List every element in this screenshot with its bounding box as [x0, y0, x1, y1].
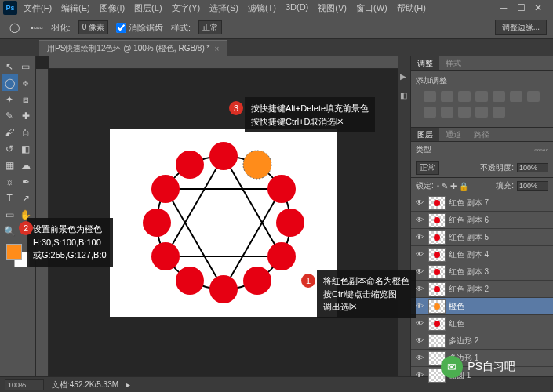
layer-thumbnail[interactable]: [428, 213, 446, 227]
menu-item[interactable]: 3D(D): [281, 1, 313, 16]
menu-item[interactable]: 文件(F): [19, 1, 56, 16]
adj-icon[interactable]: [424, 107, 436, 118]
layer-thumbnail[interactable]: [428, 282, 446, 296]
zoom-tool[interactable]: 🔍: [2, 223, 18, 239]
adj-icon[interactable]: [527, 91, 540, 102]
foreground-color[interactable]: [6, 244, 22, 260]
visibility-icon[interactable]: 👁: [414, 249, 425, 260]
menu-item[interactable]: 窗口(W): [351, 1, 392, 16]
visibility-icon[interactable]: 👁: [414, 215, 425, 226]
heal-tool[interactable]: ✚: [18, 107, 35, 124]
visibility-icon[interactable]: 👁: [414, 336, 425, 347]
guide-line[interactable]: [36, 209, 398, 209]
blur-tool[interactable]: ☁: [18, 157, 35, 173]
close-button[interactable]: ✕: [533, 2, 544, 13]
tab-styles[interactable]: 样式: [439, 56, 468, 70]
layer-thumbnail[interactable]: [428, 230, 446, 245]
menu-item[interactable]: 滤镜(T): [243, 1, 281, 16]
style-dropdown[interactable]: 正常: [198, 20, 222, 34]
adj-icon[interactable]: [458, 91, 471, 102]
menu-item[interactable]: 视图(V): [313, 1, 351, 16]
visibility-icon[interactable]: 👁: [414, 284, 425, 295]
artboard-tool[interactable]: ▭: [18, 58, 35, 74]
layer-thumbnail[interactable]: [428, 196, 446, 210]
shape-tool[interactable]: ▭: [2, 206, 18, 223]
maximize-button[interactable]: ☐: [515, 2, 526, 13]
path-tool[interactable]: ↗: [18, 190, 35, 206]
layer-item[interactable]: 👁红色 副本 4: [411, 246, 553, 263]
type-tool[interactable]: T: [2, 190, 18, 206]
layer-thumbnail[interactable]: [428, 248, 446, 262]
lasso-tool[interactable]: ⎆: [18, 74, 35, 91]
refine-edge-button[interactable]: 调整边缘...: [495, 20, 547, 35]
gradient-tool[interactable]: ▦: [2, 157, 18, 173]
color-swatch[interactable]: [6, 244, 30, 267]
zoom-input[interactable]: 100%: [5, 379, 44, 390]
opacity-input[interactable]: 100%: [517, 163, 548, 172]
strip-icon[interactable]: ▶: [400, 72, 409, 82]
adj-icon[interactable]: [475, 91, 488, 102]
layer-item[interactable]: 👁红色 副本 7: [411, 194, 553, 212]
layer-name: 红色 副本 6: [449, 215, 489, 226]
menu-item[interactable]: 图像(I): [95, 1, 129, 16]
tab-图层[interactable]: 图层: [411, 128, 439, 141]
visibility-icon[interactable]: 👁: [414, 370, 425, 381]
menu-item[interactable]: 文字(Y): [167, 1, 206, 16]
stamp-tool[interactable]: ⎙: [18, 124, 35, 140]
menu-item[interactable]: 编辑(E): [56, 1, 95, 16]
adj-icon[interactable]: [441, 107, 453, 118]
visibility-icon[interactable]: 👁: [414, 318, 425, 329]
layer-thumbnail[interactable]: [428, 299, 446, 314]
current-tool-icon[interactable]: ◯: [6, 20, 23, 36]
artboard[interactable]: [110, 129, 337, 317]
move-tool[interactable]: ↖: [2, 58, 18, 74]
callout-badge-2: 2: [19, 221, 33, 235]
document-tab[interactable]: 用PS快速绘制12色环 @ 100% (橙色, RGB/8) * ×: [39, 40, 227, 56]
layer-item[interactable]: 👁红色 副本 2: [411, 281, 553, 298]
fill-input[interactable]: 100%: [517, 181, 548, 191]
layer-thumbnail[interactable]: [428, 265, 446, 279]
visibility-icon[interactable]: 👁: [414, 353, 425, 364]
visibility-icon[interactable]: 👁: [414, 198, 425, 209]
adj-icon[interactable]: [424, 91, 436, 102]
adj-icon[interactable]: [493, 91, 505, 102]
eraser-tool[interactable]: ◧: [18, 140, 35, 157]
menu-item[interactable]: 图层(L): [129, 1, 166, 16]
layer-thumbnail[interactable]: [428, 317, 446, 331]
tab-adjustments[interactable]: 调整: [411, 56, 439, 70]
wand-tool[interactable]: ✦: [2, 91, 18, 107]
antialias-checkbox[interactable]: 消除锯齿: [116, 22, 163, 34]
minimize-button[interactable]: ─: [498, 2, 509, 13]
feather-input[interactable]: 0 像素: [78, 20, 108, 34]
tab-路径[interactable]: 路径: [468, 128, 496, 141]
history-icon[interactable]: ◧: [400, 91, 409, 100]
adj-icon[interactable]: [475, 107, 488, 118]
adj-icon[interactable]: [458, 107, 471, 118]
adj-icon[interactable]: [493, 107, 505, 118]
layer-thumbnail[interactable]: [428, 334, 446, 348]
layer-item[interactable]: 👁橙色: [411, 298, 553, 315]
layer-item[interactable]: 👁红色 副本 5: [411, 229, 553, 246]
layer-item[interactable]: 👁红色 副本 6: [411, 212, 553, 229]
adj-icon[interactable]: [441, 91, 453, 102]
ruler-horizontal[interactable]: [49, 56, 398, 69]
visibility-icon[interactable]: 👁: [414, 301, 425, 312]
menu-item[interactable]: 帮助(H): [392, 1, 431, 16]
layer-item[interactable]: 👁多边形 2: [411, 332, 553, 350]
layer-item[interactable]: 👁红色 副本 3: [411, 263, 553, 281]
adj-icon[interactable]: [510, 91, 522, 102]
tab-通道[interactable]: 通道: [439, 128, 468, 141]
blend-mode-dropdown[interactable]: 正常: [416, 161, 439, 175]
history-brush-tool[interactable]: ↺: [2, 140, 18, 157]
menu-item[interactable]: 选择(S): [205, 1, 243, 16]
marquee-tool[interactable]: ◯: [2, 74, 18, 91]
dodge-tool[interactable]: ☼: [2, 173, 18, 190]
eyedropper-tool[interactable]: ✎: [2, 107, 18, 124]
layer-item[interactable]: 👁红色: [411, 315, 553, 332]
close-icon[interactable]: ×: [214, 45, 219, 53]
brush-tool[interactable]: 🖌: [2, 124, 18, 140]
pen-tool[interactable]: ✒: [18, 173, 35, 190]
visibility-icon[interactable]: 👁: [414, 232, 425, 243]
crop-tool[interactable]: ⧈: [18, 91, 35, 107]
visibility-icon[interactable]: 👁: [414, 267, 425, 278]
